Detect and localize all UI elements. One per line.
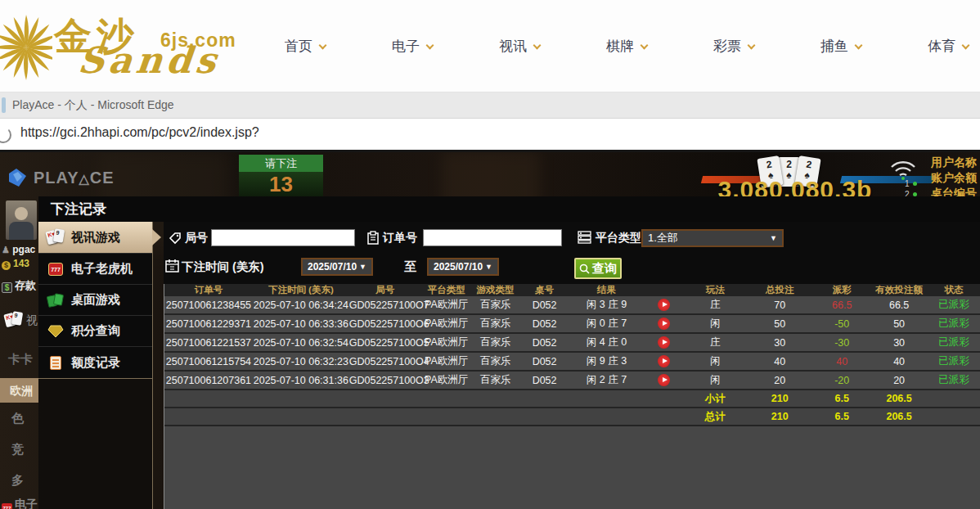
site-header: 金沙 6js.com Sands 首页 电子 视讯 棋牌 彩票 捕鱼 体育: [0, 0, 980, 92]
lobby-tab-video[interactable]: K♥9 视: [5, 311, 38, 329]
nav-home[interactable]: 首页: [285, 37, 326, 56]
playace-mark-icon: [7, 167, 28, 188]
browser-titlebar: PlayAce - 个人 - Microsoft Edge: [0, 92, 980, 119]
url-text[interactable]: https://gci.2hhapi.com/pc/pcv2/index.jsp…: [20, 125, 259, 140]
replay-button[interactable]: [658, 374, 670, 386]
balance-label: 账户余额: [931, 170, 980, 186]
sidebar-item-label: 视讯游戏: [71, 230, 120, 245]
sidebar-item-label: 桌面游戏: [71, 292, 120, 308]
lobby-left-strip: ♟ pgac $143 $存款 K♥9 视 卡卡 欧洲 色 竞 多 777电子: [0, 196, 38, 509]
account-info-labels: 用户名称 账户余额 桌台编号: [931, 155, 980, 201]
lobby-tab-dianzi[interactable]: 777电子: [2, 498, 38, 509]
sidebar-item-credit-records[interactable]: 额度记录: [38, 347, 152, 378]
tag-icon: [169, 232, 182, 245]
chevron-down-icon: [533, 42, 542, 50]
sidebar-item-table-games[interactable]: 桌面游戏: [38, 285, 152, 316]
replay-button[interactable]: [658, 355, 670, 367]
status-badge: 已派彩: [928, 354, 980, 368]
order-clipboard-icon: [366, 231, 380, 245]
lobby-username: ♟ pgac: [2, 244, 35, 255]
table-row: 2507100612073612025-07-10 06:31:36GD0522…: [164, 372, 980, 390]
replay-button[interactable]: [658, 336, 670, 349]
date-from-value: 2025/07/10: [308, 261, 357, 273]
playace-wordmark: PLAY△CE: [34, 169, 115, 187]
triangle-a-icon: △: [79, 172, 90, 186]
modal-content-panel: 局号 订单号 平台类型 1.全部 ▼ 下注时间 (美东) 2025/07/10 …: [164, 222, 980, 509]
deposit-button[interactable]: $存款: [2, 278, 36, 293]
online-dot-icon: [913, 182, 917, 186]
grand-total-row: 总计2106.5206.5: [164, 408, 980, 426]
platform-type-select[interactable]: 1.全部 ▼: [641, 229, 784, 247]
caret-down-icon: ▼: [359, 263, 366, 271]
platform-type-label: 平台类型: [596, 231, 641, 245]
chevron-down-icon: [748, 42, 756, 50]
countdown-value: 13: [239, 172, 323, 197]
wifi-icon: [888, 157, 918, 180]
table-row: 2507100612215372025-07-10 06:32:54GD0522…: [164, 334, 980, 353]
avatar[interactable]: [6, 200, 37, 240]
platform-type-value: 1.全部: [648, 231, 678, 245]
reload-icon[interactable]: [0, 127, 11, 143]
browser-urlbar[interactable]: https://gci.2hhapi.com/pc/pcv2/index.jsp…: [0, 119, 980, 152]
slot-machine-icon: 777: [48, 263, 63, 276]
main-nav: 首页 电子 视讯 棋牌 彩票 捕鱼 体育: [285, 0, 969, 92]
nav-board[interactable]: 棋牌: [606, 37, 647, 56]
sidebar-item-video-games[interactable]: K♥9 视讯游戏: [38, 222, 152, 254]
slots-icon: 777: [2, 503, 12, 509]
platform-list-icon: [578, 231, 591, 244]
lobby-tab-kaka[interactable]: 卡卡: [8, 352, 33, 367]
round-number-input[interactable]: [211, 229, 355, 246]
date-to-select[interactable]: 2025/07/10 ▼: [427, 258, 499, 276]
order-number-input[interactable]: [423, 229, 562, 246]
cards-icon: K♥9: [5, 311, 23, 329]
sidebar-item-label: 积分查询: [71, 323, 120, 339]
sands-sun-logo: [0, 10, 52, 85]
bet-records-table: 订单号下注时间 (美东)局号平台类型游戏类型桌号结果玩法总投注派彩有效投注额状态…: [164, 284, 980, 509]
lobby-tab-duo[interactable]: 多: [11, 473, 24, 489]
logo-script: Sands: [76, 39, 222, 81]
replay-button[interactable]: [658, 318, 670, 330]
table-empty-area: [164, 426, 980, 509]
order-number-label: 订单号: [383, 231, 417, 245]
magnifier-icon: [579, 264, 590, 274]
sidebar-filler: [38, 379, 152, 509]
table-games-icon: [47, 293, 64, 308]
round-number-label: 局号: [185, 231, 208, 245]
table-row: 2507100612384552025-07-10 06:34:24GD0522…: [164, 296, 980, 315]
status-badge: 已派彩: [928, 317, 980, 331]
diamond-icon: [47, 325, 64, 338]
sidebar-item-points[interactable]: 积分查询: [38, 316, 152, 347]
sidebar-item-label: 电子老虎机: [71, 261, 133, 277]
chevron-down-icon: [319, 42, 327, 50]
bet-time-label: 下注时间 (美东): [182, 259, 264, 275]
cards-icon: K♥9: [47, 228, 65, 246]
table-row: 2507100612157542025-07-10 06:32:23GD0522…: [164, 353, 980, 372]
lobby-tab-jing[interactable]: 竞: [11, 442, 24, 457]
replay-button[interactable]: [658, 299, 670, 311]
bet-countdown-box: 请下注 13: [239, 155, 323, 197]
table-row: 2507100612293712025-07-10 06:33:36GD0522…: [164, 315, 980, 334]
lobby-tab-europe[interactable]: 欧洲: [0, 378, 38, 403]
nav-sports[interactable]: 体育: [928, 37, 969, 56]
calendar-icon: [165, 259, 179, 273]
filter-bar: 局号 订单号 平台类型 1.全部 ▼ 下注时间 (美东) 2025/07/10 …: [164, 222, 980, 284]
sidebar-item-label: 额度记录: [71, 355, 120, 371]
nav-slots[interactable]: 电子: [392, 37, 433, 56]
search-button[interactable]: 查询: [574, 258, 622, 279]
nav-live[interactable]: 视讯: [499, 37, 540, 56]
chevron-down-icon: [641, 42, 649, 50]
nav-lottery[interactable]: 彩票: [713, 37, 754, 56]
sidebar-item-slots[interactable]: 777 电子老虎机: [38, 254, 152, 285]
window-title: PlayAce - 个人 - Microsoft Edge: [12, 98, 174, 113]
caret-down-icon: ▼: [770, 234, 777, 242]
person-icon: ♟: [2, 245, 10, 254]
chevron-down-icon: [426, 42, 434, 50]
bet-records-modal: 下注记录 K♥9 视讯游戏 777 电子老虎机 桌面游戏 积分查询: [38, 196, 980, 509]
date-from-select[interactable]: 2025/07/10 ▼: [301, 258, 373, 276]
document-icon: [50, 356, 61, 370]
lobby-tab-se[interactable]: 色: [11, 411, 24, 426]
username-label: 用户名称: [931, 155, 980, 170]
chevron-down-icon: [855, 42, 863, 50]
nav-fishing[interactable]: 捕鱼: [820, 37, 861, 56]
date-to-value: 2025/07/10: [434, 261, 483, 273]
